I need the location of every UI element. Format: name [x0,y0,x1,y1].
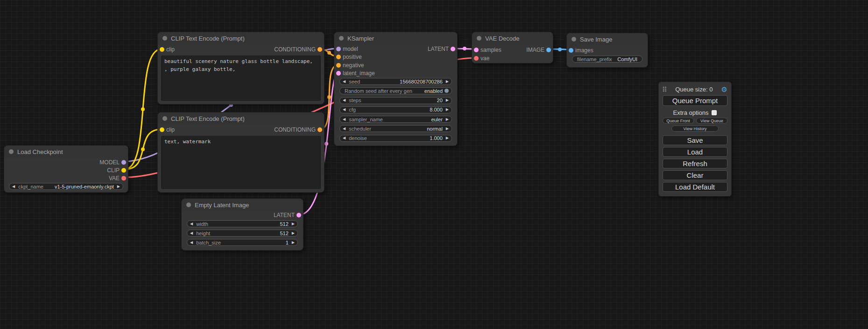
output-slot-latent[interactable]: LATENT [182,211,303,219]
input-slot-latent-image[interactable]: latent_image [334,69,457,77]
increment-icon[interactable]: ▶ [446,127,449,131]
output-label: MODEL [99,159,120,166]
widget-value: 1.000 [430,135,443,141]
view-queue-button[interactable]: View Queue [696,118,727,124]
node-ksampler[interactable]: KSampler model positive negative latent_… [334,32,458,146]
queue-menu-panel[interactable]: Queue size: 0 ⚙ Queue Prompt Extra optio… [658,82,732,196]
widget-height[interactable]: ◀ height 512 ▶ [187,230,298,237]
node-empty-latent-image[interactable]: Empty Latent Image LATENT ◀ width 512 ▶ … [181,198,303,251]
output-port-latent[interactable] [296,213,301,217]
node-titlebar[interactable]: CLIP Text Encode (Prompt) [158,112,324,125]
decrement-icon[interactable]: ◀ [190,241,193,245]
widget-cfg[interactable]: ◀ cfg 8.000 ▶ [339,106,452,113]
node-clip-text-encode-positive[interactable]: CLIP Text Encode (Prompt) clip CONDITION… [157,32,325,105]
increment-icon[interactable]: ▶ [446,108,449,112]
decrement-icon[interactable]: ◀ [343,127,346,131]
decrement-icon[interactable]: ◀ [343,98,346,102]
collapse-icon[interactable] [477,36,481,41]
output-port-vae[interactable] [121,176,126,181]
positive-prompt-textarea[interactable]: beautiful scenery nature glass bottle la… [161,56,321,101]
save-button[interactable]: Save [663,135,727,145]
output-port-conditioning[interactable] [318,47,322,52]
node-load-checkpoint[interactable]: Load Checkpoint MODEL CLIP VAE ◀ ckpt_na… [4,145,128,193]
increment-icon[interactable]: ▶ [446,136,449,140]
output-slot-vae[interactable]: VAE [4,174,128,182]
widget-sampler-name[interactable]: ◀ sampler_name euler ▶ [339,116,452,123]
increment-icon[interactable]: ▶ [292,241,295,245]
widget-steps[interactable]: ◀ steps 20 ▶ [339,97,452,104]
output-slot-conditioning[interactable]: CONDITIONING [158,45,324,54]
widget-denoise[interactable]: ◀ denoise 1.000 ▶ [339,135,452,142]
node-clip-text-encode-negative[interactable]: CLIP Text Encode (Prompt) clip CONDITION… [157,112,325,193]
node-titlebar[interactable]: Load Checkpoint [4,146,128,158]
output-port-clip[interactable] [121,168,126,173]
decrement-icon[interactable]: ◀ [343,108,346,112]
refresh-button[interactable]: Refresh [663,159,727,168]
node-titlebar[interactable]: VAE Decode [472,32,553,44]
input-port-images[interactable] [569,48,573,53]
widget-width[interactable]: ◀ width 512 ▶ [187,220,298,227]
collapse-icon[interactable] [186,203,191,207]
increment-icon[interactable]: ▶ [446,98,449,102]
extra-options-checkbox[interactable] [712,110,717,115]
widget-ckpt-name[interactable]: ◀ ckpt_name v1-5-pruned-emaonly.ckpt ▶ [9,183,123,190]
decrement-icon[interactable]: ◀ [343,136,346,140]
collapse-icon[interactable] [339,36,344,41]
load-button[interactable]: Load [663,147,727,157]
widget-random-seed-toggle[interactable]: Random seed after every gen enabled [339,87,452,94]
clear-button[interactable]: Clear [663,170,727,180]
node-save-image[interactable]: Save Image images filename_prefix ComfyU… [566,33,648,68]
widget-label: denoise [349,135,367,141]
load-default-button[interactable]: Load Default [663,182,727,192]
output-slot-image[interactable]: IMAGE [472,46,553,54]
node-titlebar[interactable]: Empty Latent Image [182,199,303,211]
input-slot-images[interactable]: images [567,46,648,54]
widget-filename-prefix[interactable]: filename_prefix ComfyUI [572,56,642,63]
output-port-latent[interactable] [451,47,455,51]
settings-gear-icon[interactable]: ⚙ [721,86,727,93]
decrement-icon[interactable]: ◀ [190,231,193,235]
collapse-icon[interactable] [162,36,167,41]
negative-prompt-textarea[interactable]: text, watermark [161,136,321,189]
decrement-icon[interactable]: ◀ [12,185,15,189]
input-port-negative[interactable] [336,63,341,68]
output-slot-latent[interactable]: LATENT [334,45,457,53]
collapse-icon[interactable] [162,116,167,121]
decrement-icon[interactable]: ◀ [190,222,193,226]
input-port-positive[interactable] [336,55,341,59]
increment-icon[interactable]: ▶ [292,222,295,226]
queue-prompt-button[interactable]: Queue Prompt [663,95,727,106]
widget-scheduler[interactable]: ◀ scheduler normal ▶ [339,125,452,132]
increment-icon[interactable]: ▶ [446,80,449,84]
widget-seed[interactable]: ◀ seed 156680208700286 ▶ [339,78,452,85]
decrement-icon[interactable]: ◀ [343,118,346,121]
node-titlebar[interactable]: KSampler [334,32,457,44]
increment-icon[interactable]: ▶ [117,185,120,189]
input-port-latent-image[interactable] [336,71,341,76]
input-port-vae[interactable] [474,56,479,61]
input-slot-negative[interactable]: negative [334,61,457,69]
output-slot-conditioning[interactable]: CONDITIONING [158,126,324,134]
increment-icon[interactable]: ▶ [292,231,295,235]
drag-handle-icon[interactable] [663,86,667,92]
toggle-indicator-icon[interactable] [445,89,449,93]
widget-batch-size[interactable]: ◀ batch_size 1 ▶ [187,239,298,246]
node-vae-decode[interactable]: VAE Decode samples vae IMAGE [472,32,553,63]
collapse-icon[interactable] [572,37,576,42]
queue-front-button[interactable]: Queue Front [663,118,694,124]
node-graph-canvas[interactable]: Load Checkpoint MODEL CLIP VAE ◀ ckpt_na… [0,0,868,329]
output-port-image[interactable] [546,48,551,52]
view-history-button[interactable]: View History [671,126,718,132]
output-port-model[interactable] [121,160,126,165]
collapse-icon[interactable] [9,149,14,154]
output-port-conditioning[interactable] [318,127,322,132]
node-titlebar[interactable]: Save Image [567,33,648,45]
input-slot-positive[interactable]: positive [334,53,457,61]
link-dot-clip-negative [141,147,145,151]
input-slot-vae[interactable]: vae [472,54,553,62]
output-slot-clip[interactable]: CLIP [4,166,128,174]
increment-icon[interactable]: ▶ [446,118,449,121]
node-titlebar[interactable]: CLIP Text Encode (Prompt) [158,32,324,44]
output-slot-model[interactable]: MODEL [4,158,128,166]
decrement-icon[interactable]: ◀ [343,80,346,84]
